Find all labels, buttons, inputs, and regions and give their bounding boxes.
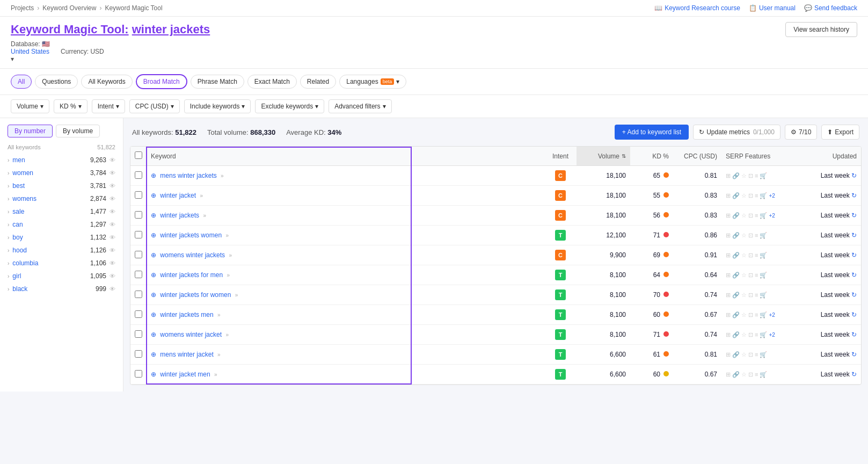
user-manual-link[interactable]: 📋 User manual	[749, 4, 796, 12]
serp-icon-6[interactable]: 🛒	[760, 252, 767, 259]
refresh-icon[interactable]: ↻	[851, 271, 857, 279]
row-checkbox[interactable]	[135, 370, 142, 378]
serp-icon-4[interactable]: ⊡	[748, 212, 753, 219]
serp-icon-2[interactable]: 🔗	[732, 272, 740, 279]
serp-icon-6[interactable]: 🛒	[760, 212, 767, 219]
keyword-link[interactable]: womens winter jackets	[160, 251, 225, 259]
add-keyword-icon[interactable]: ⊕	[151, 351, 156, 358]
serp-icon-2[interactable]: 🔗	[732, 292, 740, 299]
row-checkbox[interactable]	[135, 291, 142, 298]
sidebar-item[interactable]: ›black 999👁	[0, 282, 123, 295]
eye-icon[interactable]: 👁	[110, 234, 115, 241]
serp-icon-5[interactable]: ≡	[755, 192, 758, 199]
sidebar-item[interactable]: ›boy 1,132👁	[0, 231, 123, 244]
serp-icon-6[interactable]: 🛒	[760, 331, 767, 338]
serp-icon-2[interactable]: 🔗	[732, 212, 740, 219]
serp-icon-6[interactable]: 🛒	[760, 292, 767, 299]
eye-icon[interactable]: 👁	[110, 195, 115, 202]
keyword-link[interactable]: winter jacket men	[160, 371, 210, 378]
serp-icon-5[interactable]: ≡	[755, 212, 758, 219]
row-checkbox[interactable]	[135, 251, 142, 258]
eye-icon[interactable]: 👁	[110, 170, 115, 176]
tab-all[interactable]: All	[11, 75, 32, 89]
keyword-link[interactable]: mens winter jackets	[160, 172, 216, 179]
eye-icon[interactable]: 👁	[110, 208, 115, 215]
serp-icon-1[interactable]: ⊞	[726, 272, 731, 279]
serp-icon-1[interactable]: ⊞	[726, 351, 731, 358]
filter-advanced[interactable]: Advanced filters ▾	[329, 99, 391, 113]
serp-icon-1[interactable]: ⊞	[726, 252, 731, 259]
serp-icon-2[interactable]: 🔗	[732, 311, 740, 318]
sidebar-item[interactable]: ›sale 1,477👁	[0, 205, 123, 218]
tab-questions[interactable]: Questions	[35, 75, 78, 89]
keyword-link[interactable]: winter jackets	[160, 212, 199, 219]
serp-icon-6[interactable]: 🛒	[760, 371, 767, 378]
row-checkbox[interactable]	[135, 271, 142, 278]
row-checkbox[interactable]	[135, 171, 142, 179]
eye-icon[interactable]: 👁	[110, 273, 115, 279]
serp-icon-3[interactable]: ☆	[741, 292, 747, 299]
refresh-icon[interactable]: ↻	[851, 172, 857, 179]
add-keyword-icon[interactable]: ⊕	[151, 192, 156, 199]
serp-icon-6[interactable]: 🛒	[760, 272, 767, 279]
serp-icon-1[interactable]: ⊞	[726, 192, 731, 199]
serp-icon-4[interactable]: ⊡	[748, 232, 753, 239]
row-checkbox[interactable]	[135, 350, 142, 358]
serp-icon-3[interactable]: ☆	[741, 172, 747, 179]
serp-icon-4[interactable]: ⊡	[748, 272, 753, 279]
serp-icon-3[interactable]: ☆	[741, 252, 747, 259]
serp-icon-4[interactable]: ⊡	[748, 172, 753, 179]
serp-icon-4[interactable]: ⊡	[748, 351, 753, 358]
add-keyword-icon[interactable]: ⊕	[151, 291, 156, 299]
serp-icon-5[interactable]: ≡	[755, 331, 758, 338]
keyword-link[interactable]: winter jackets men	[160, 311, 213, 318]
filter-cpc[interactable]: CPC (USD) ▾	[129, 99, 180, 113]
serp-icon-2[interactable]: 🔗	[732, 252, 740, 259]
serp-icon-1[interactable]: ⊞	[726, 311, 731, 318]
add-keyword-icon[interactable]: ⊕	[151, 311, 156, 318]
tab-languages[interactable]: Languages beta ▾	[339, 75, 406, 89]
serp-icon-3[interactable]: ☆	[741, 331, 747, 338]
breadcrumb-keyword-overview[interactable]: Keyword Overview	[42, 4, 96, 12]
serp-icon-6[interactable]: 🛒	[760, 311, 767, 318]
refresh-icon[interactable]: ↻	[851, 251, 857, 259]
serp-icon-1[interactable]: ⊞	[726, 331, 731, 338]
serp-icon-5[interactable]: ≡	[755, 172, 758, 179]
tab-phrase-match[interactable]: Phrase Match	[191, 75, 244, 89]
sort-by-number-button[interactable]: By number	[8, 125, 53, 137]
tab-broad-match[interactable]: Broad Match	[136, 74, 187, 89]
update-metrics-button[interactable]: ↻ Update metrics 0/1,000	[693, 125, 781, 140]
serp-icon-5[interactable]: ≡	[755, 252, 758, 258]
eye-icon[interactable]: 👁	[110, 157, 115, 163]
serp-icon-5[interactable]: ≡	[755, 311, 758, 318]
serp-icon-3[interactable]: ☆	[741, 371, 747, 378]
refresh-icon[interactable]: ↻	[851, 311, 857, 318]
row-checkbox[interactable]	[135, 211, 142, 219]
serp-icon-1[interactable]: ⊞	[726, 371, 731, 378]
serp-icon-1[interactable]: ⊞	[726, 212, 731, 219]
refresh-icon[interactable]: ↻	[851, 291, 857, 299]
serp-icon-5[interactable]: ≡	[755, 232, 758, 238]
serp-icon-2[interactable]: 🔗	[732, 192, 740, 199]
tab-related[interactable]: Related	[300, 75, 336, 89]
sidebar-item[interactable]: ›girl 1,095👁	[0, 270, 123, 282]
keyword-link[interactable]: womens winter jacket	[160, 331, 222, 338]
serp-icon-4[interactable]: ⊡	[748, 331, 753, 338]
view-history-button[interactable]: View search history	[785, 22, 857, 37]
eye-icon[interactable]: 👁	[110, 247, 115, 253]
filter-exclude-keywords[interactable]: Exclude keywords ▾	[255, 99, 324, 113]
row-checkbox[interactable]	[135, 191, 142, 199]
keyword-link[interactable]: winter jackets women	[160, 231, 222, 239]
serp-icon-3[interactable]: ☆	[741, 232, 747, 239]
sidebar-item[interactable]: ›men 9,263👁	[0, 154, 123, 166]
add-keyword-icon[interactable]: ⊕	[151, 331, 156, 338]
tab-all-keywords[interactable]: All Keywords	[81, 75, 132, 89]
eye-icon[interactable]: 👁	[110, 260, 115, 266]
sort-by-volume-button[interactable]: By volume	[56, 125, 100, 137]
eye-icon[interactable]: 👁	[110, 286, 115, 292]
serp-icon-3[interactable]: ☆	[741, 212, 747, 219]
refresh-icon[interactable]: ↻	[851, 231, 857, 239]
sidebar-item[interactable]: ›can 1,297👁	[0, 218, 123, 231]
add-keyword-icon[interactable]: ⊕	[151, 371, 156, 378]
add-keyword-icon[interactable]: ⊕	[151, 271, 156, 279]
